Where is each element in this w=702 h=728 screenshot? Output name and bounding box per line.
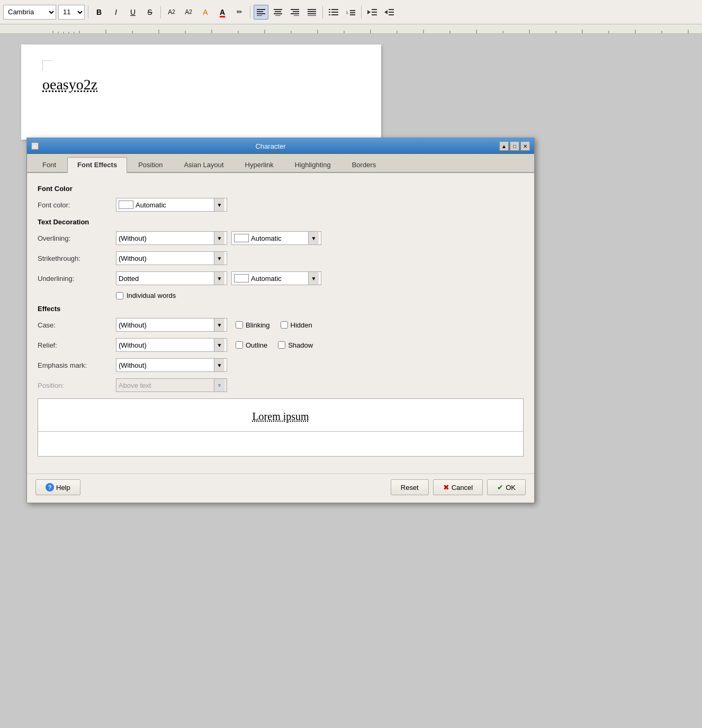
relief-label: Relief: (38, 341, 112, 349)
svg-rect-16 (329, 9, 330, 10)
dialog-titlebar: ▪ Character ▲ □ ✕ (27, 138, 534, 154)
tab-position[interactable]: Position (128, 157, 173, 172)
svg-rect-24 (350, 12, 355, 13)
underlining-color-arrow[interactable]: ▼ (308, 272, 319, 285)
underlining-dropdown[interactable]: Dotted ▼ (116, 271, 227, 285)
shadow-check: Shadow (278, 341, 313, 349)
superscript-button[interactable]: A2 (164, 5, 179, 20)
ok-button[interactable]: ✔ OK (487, 479, 526, 495)
help-label: Help (56, 484, 70, 492)
doc-text: oeasyo2z (42, 76, 97, 93)
doc-area: oeasyo2z (0, 34, 702, 150)
strikethrough-dropdown[interactable]: (Without) ▼ (116, 251, 227, 265)
svg-rect-27 (372, 9, 377, 10)
underlining-color-dropdown[interactable]: Automatic ▼ (231, 271, 321, 285)
help-button[interactable]: ? Help (35, 479, 80, 495)
justify-icon (308, 8, 316, 16)
tab-borders[interactable]: Borders (342, 157, 386, 172)
overlining-arrow[interactable]: ▼ (214, 232, 224, 244)
cancel-icon: ✖ (443, 483, 449, 492)
toolbar-separator-2 (160, 6, 161, 19)
align-left-button[interactable] (254, 5, 268, 20)
tab-font[interactable]: Font (32, 157, 66, 172)
subscript-button[interactable]: A2 (181, 5, 196, 20)
italic-button[interactable]: I (109, 5, 123, 20)
font-color-button[interactable]: A (215, 5, 230, 20)
tab-asian-layout[interactable]: Asian Layout (174, 157, 233, 172)
relief-dropdown[interactable]: (Without) ▼ (116, 338, 227, 352)
case-dropdown[interactable]: (Without) ▼ (116, 318, 227, 332)
overlining-value: (Without) (119, 234, 214, 242)
emphasis-mark-dropdown[interactable]: (Without) ▼ (116, 358, 227, 372)
font-color-dropdown[interactable]: Automatic ▼ (116, 198, 227, 212)
strikethrough-arrow[interactable]: ▼ (214, 252, 224, 265)
align-center-button[interactable] (271, 5, 285, 20)
svg-marker-30 (384, 10, 388, 14)
underlining-color-swatch (234, 274, 249, 283)
svg-rect-23 (350, 10, 355, 11)
blinking-checkbox[interactable] (236, 321, 243, 329)
numbered-list-icon: 1. (346, 8, 355, 16)
close-button[interactable]: ✕ (520, 141, 530, 151)
minimize-button[interactable]: ▲ (499, 141, 509, 151)
svg-rect-19 (331, 12, 338, 13)
svg-rect-15 (308, 15, 316, 16)
char-format-button[interactable]: A (198, 5, 213, 20)
svg-rect-25 (350, 14, 355, 15)
reset-button[interactable]: Reset (391, 479, 429, 495)
svg-rect-17 (331, 9, 338, 10)
dialog-system-icon[interactable]: ▪ (31, 142, 42, 150)
preview-text: Lorem ipsum (38, 402, 523, 432)
align-right-icon (291, 8, 299, 16)
highlight-button[interactable]: ✏ (232, 5, 247, 20)
indent-decrease-button[interactable] (382, 5, 397, 20)
tab-highlighting[interactable]: Highlighting (285, 157, 341, 172)
justify-button[interactable] (304, 5, 319, 20)
overlining-dropdown[interactable]: (Without) ▼ (116, 231, 227, 245)
shadow-label: Shadow (288, 341, 313, 349)
position-dropdown[interactable]: Above text ▼ (116, 378, 227, 392)
case-row: Case: (Without) ▼ Blinking Hidden (38, 318, 524, 332)
cancel-button[interactable]: ✖ Cancel (433, 479, 483, 495)
ruler (0, 24, 702, 34)
svg-rect-33 (389, 14, 394, 15)
strikethrough-button[interactable]: S (142, 5, 157, 20)
underline-button[interactable]: U (125, 5, 140, 20)
ok-label: OK (506, 484, 516, 492)
overlining-color-arrow[interactable]: ▼ (308, 232, 319, 244)
text-decoration-section-title: Text Decoration (38, 218, 524, 226)
emphasis-mark-arrow[interactable]: ▼ (214, 359, 224, 371)
svg-rect-31 (389, 9, 394, 10)
toolbar: Cambria 11 B I U S A2 A2 A A ✏ (0, 0, 702, 24)
align-right-button[interactable] (287, 5, 302, 20)
outline-checkbox[interactable] (236, 341, 243, 349)
font-color-arrow[interactable]: ▼ (214, 198, 224, 211)
indent-increase-button[interactable] (365, 5, 380, 20)
font-color-swatch (119, 201, 133, 209)
position-row: Position: Above text ▼ (38, 378, 524, 392)
font-name-select[interactable]: Cambria (3, 5, 56, 20)
shadow-checkbox[interactable] (278, 341, 285, 349)
relief-arrow[interactable]: ▼ (214, 339, 224, 351)
svg-rect-12 (308, 9, 316, 10)
font-size-select[interactable]: 11 (58, 5, 85, 20)
overlining-color-dropdown[interactable]: Automatic ▼ (231, 231, 321, 245)
tab-hyperlink[interactable]: Hyperlink (235, 157, 284, 172)
strikethrough-label: Strikethrough: (38, 254, 112, 262)
svg-rect-11 (294, 15, 299, 16)
tab-font-effects[interactable]: Font Effects (67, 157, 127, 173)
font-color-section-title: Font Color (38, 185, 524, 193)
individual-words-checkbox[interactable] (116, 292, 123, 299)
emphasis-mark-label: Emphasis mark: (38, 361, 112, 369)
underlining-arrow[interactable]: ▼ (214, 272, 224, 285)
maximize-button[interactable]: □ (510, 141, 519, 151)
numbered-list-button[interactable]: 1. (343, 5, 358, 20)
underlining-color-value: Automatic (251, 275, 308, 283)
list-button[interactable] (326, 5, 341, 20)
position-arrow[interactable]: ▼ (214, 379, 224, 392)
case-arrow[interactable]: ▼ (214, 319, 224, 331)
svg-rect-4 (274, 9, 282, 10)
bold-button[interactable]: B (92, 5, 106, 20)
hidden-checkbox[interactable] (281, 321, 288, 329)
strikethrough-row: Strikethrough: (Without) ▼ (38, 251, 524, 265)
